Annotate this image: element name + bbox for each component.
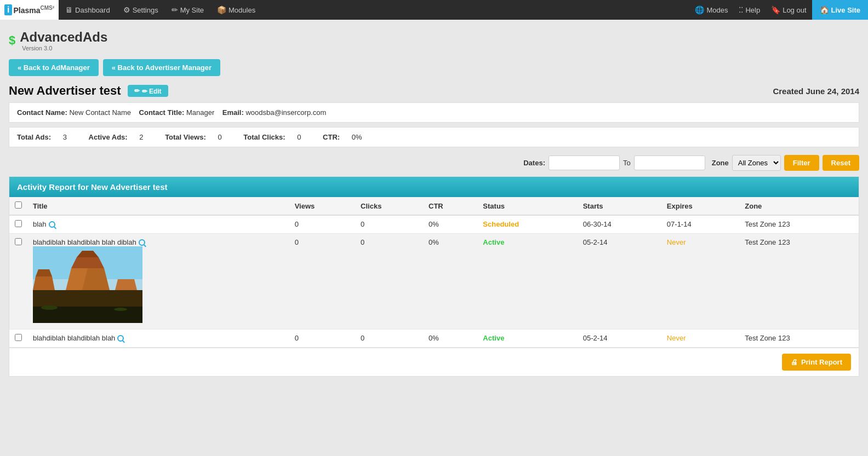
pencil-icon: ✏ xyxy=(172,5,178,14)
row-checkbox-cell xyxy=(9,215,27,234)
nav-logout[interactable]: 🔖Log out xyxy=(766,0,812,20)
nav-help[interactable]: ⁚⁚Help xyxy=(733,0,766,20)
nav-dashboard[interactable]: 🖥Dashboard xyxy=(59,0,117,20)
row-zone: Test Zone 123 xyxy=(739,330,859,348)
settings-icon: ⚙ xyxy=(123,5,130,14)
search-icon[interactable] xyxy=(139,239,145,246)
top-navigation: i PlasmaCMS² 🖥Dashboard ⚙Settings ✏My Si… xyxy=(0,0,868,20)
header-status: Status xyxy=(477,197,577,215)
contact-info: Contact Name: New Contact Name Contact T… xyxy=(9,102,859,123)
row-checkbox[interactable] xyxy=(15,334,22,341)
svg-point-11 xyxy=(41,305,58,310)
row-checkbox[interactable] xyxy=(15,238,22,245)
zone-label: Zone xyxy=(712,159,729,167)
dashboard-icon: 🖥 xyxy=(65,5,73,14)
row-ctr: 0% xyxy=(423,234,477,330)
nav-mysite[interactable]: ✏My Site xyxy=(165,0,210,20)
stats-bar: Total Ads: 3 Active Ads: 2 Total Views: … xyxy=(9,127,859,147)
row-expires: Never xyxy=(661,330,739,348)
report-table: Title Views Clicks CTR Status Starts Exp… xyxy=(9,197,859,348)
contact-title-value: Manager xyxy=(186,108,214,117)
select-all-checkbox[interactable] xyxy=(15,201,22,209)
row-ctr: 0% xyxy=(423,215,477,234)
header-starts: Starts xyxy=(578,197,661,215)
row-checkbox[interactable] xyxy=(15,220,22,227)
total-ads: Total Ads: 3 xyxy=(17,133,77,141)
logo[interactable]: i PlasmaCMS² xyxy=(0,0,59,20)
logo-plasma: PlasmaCMS² xyxy=(13,5,54,15)
search-icon[interactable] xyxy=(49,221,55,228)
print-label: Print Report xyxy=(801,358,842,366)
search-icon[interactable] xyxy=(117,335,124,342)
row-expires: Never xyxy=(661,234,739,330)
created-date: Created June 24, 2014 xyxy=(773,86,859,96)
right-nav: 🌐Modes ⁚⁚Help 🔖Log out 🏠Live Site xyxy=(689,0,868,20)
contact-name-value: New Contact Name xyxy=(69,108,131,117)
row-expires: 07-1-14 xyxy=(661,215,739,234)
pencil-icon: ✏ xyxy=(134,87,140,95)
row-status: Active xyxy=(477,234,577,330)
total-clicks: Total Clicks: 0 xyxy=(243,133,311,141)
ad-image-container xyxy=(33,246,284,325)
help-icon: ⁚⁚ xyxy=(739,5,743,14)
activity-report: Activity Report for New Advertiser test … xyxy=(9,176,859,377)
svg-marker-8 xyxy=(115,279,137,290)
row-starts: 05-2-14 xyxy=(578,330,661,348)
svg-marker-4 xyxy=(71,257,104,268)
active-ads: Active Ads: 2 xyxy=(89,133,153,141)
contact-title-label: Contact Title: xyxy=(139,108,185,117)
dates-label: Dates: xyxy=(523,159,545,167)
app-title: AdvancedAds xyxy=(20,30,107,44)
modes-icon: 🌐 xyxy=(695,5,704,14)
modules-icon: 📦 xyxy=(217,5,226,14)
svg-marker-6 xyxy=(33,276,55,290)
back-advertiser-button[interactable]: « Back to Advertiser Manager xyxy=(103,59,220,76)
app-header: $ AdvancedAds Version 3.0 xyxy=(9,25,859,54)
row-clicks: 0 xyxy=(355,330,423,348)
header-expires: Expires xyxy=(661,197,739,215)
email-value: woodsba@insercorp.com xyxy=(245,108,326,117)
row-ctr: 0% xyxy=(423,330,477,348)
header-title: Title xyxy=(27,197,289,215)
table-row: blah 0 0 0% Scheduled 06-30-14 07-1-14 T… xyxy=(9,215,859,234)
row-clicks: 0 xyxy=(355,234,423,330)
row-clicks: 0 xyxy=(355,215,423,234)
filter-button[interactable]: Filter xyxy=(784,155,819,171)
nav-modes[interactable]: 🌐Modes xyxy=(689,0,733,20)
date-to-input[interactable] xyxy=(634,155,705,170)
table-row: blahdiblah blahdiblah blah 0 0 0% Active… xyxy=(9,330,859,348)
nav-modules[interactable]: 📦Modules xyxy=(210,0,262,20)
advertiser-name-block: New Advertiser test ✏✏ Edit xyxy=(9,84,168,98)
edit-advertiser-button[interactable]: ✏✏ Edit xyxy=(128,85,168,97)
table-header-row: Title Views Clicks CTR Status Starts Exp… xyxy=(9,197,859,215)
row-title: blah xyxy=(27,215,289,234)
print-report-button[interactable]: 🖨 Print Report xyxy=(782,354,851,371)
to-label: To xyxy=(623,159,631,167)
activity-report-header: Activity Report for New Advertiser test xyxy=(9,177,859,197)
live-site-button[interactable]: 🏠Live Site xyxy=(812,0,868,20)
nav-settings[interactable]: ⚙Settings xyxy=(117,0,165,20)
row-status: Scheduled xyxy=(477,215,577,234)
logout-icon: 🔖 xyxy=(771,5,780,14)
email-label: Email: xyxy=(222,108,244,117)
main-nav: 🖥Dashboard ⚙Settings ✏My Site 📦Modules xyxy=(59,0,689,20)
date-from-input[interactable] xyxy=(549,155,620,170)
printer-icon: 🖨 xyxy=(791,358,798,366)
total-views: Total Views: 0 xyxy=(165,133,232,141)
svg-point-12 xyxy=(114,308,127,311)
filter-row: Dates: To Zone All Zones Filter Reset xyxy=(9,155,859,171)
row-starts: 05-2-14 xyxy=(578,234,661,330)
logo-i: i xyxy=(4,4,12,15)
row-title: blahdiblah blahdiblah blah diblah xyxy=(27,234,289,330)
row-views: 0 xyxy=(289,330,355,348)
svg-marker-7 xyxy=(36,269,52,276)
main-content: $ AdvancedAds Version 3.0 « Back to AdMa… xyxy=(0,20,868,382)
row-views: 0 xyxy=(289,234,355,330)
row-zone: Test Zone 123 xyxy=(739,234,859,330)
header-ctr: CTR xyxy=(423,197,477,215)
ctr: CTR: 0% xyxy=(323,133,372,141)
zone-select[interactable]: All Zones xyxy=(732,155,781,171)
reset-button[interactable]: Reset xyxy=(823,155,859,171)
home-icon: 🏠 xyxy=(820,5,829,14)
back-admanager-button[interactable]: « Back to AdManager xyxy=(9,59,99,76)
